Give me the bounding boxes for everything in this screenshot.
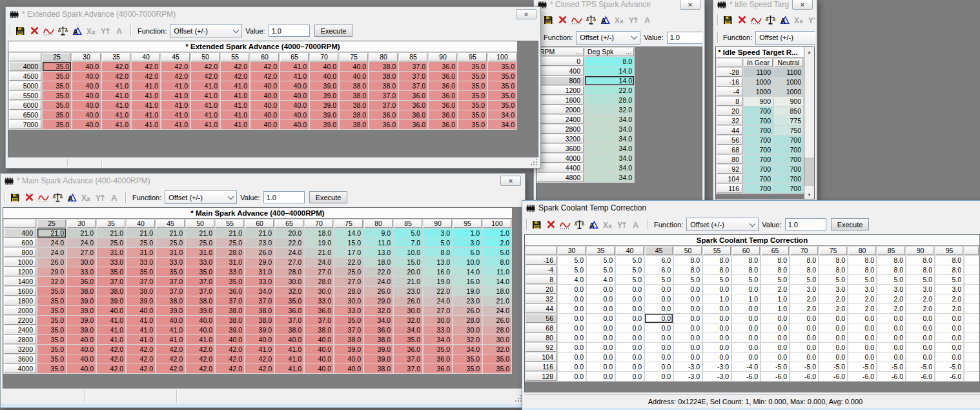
graph-icon[interactable] [42,25,55,37]
table-cell[interactable]: 0.0 [674,285,702,294]
row-header[interactable]: 6500 [9,110,41,119]
table-cell[interactable]: 37.0 [399,81,427,90]
table-cell[interactable]: 31.0 [127,248,155,257]
row-header[interactable]: 4000 [537,154,584,163]
table-cell[interactable]: 41.0 [191,91,219,100]
table-cell[interactable]: 8.0 [424,248,452,257]
table-cell[interactable]: 39.0 [67,296,96,305]
close-button[interactable]: × [680,0,700,10]
table-cell[interactable]: 700 [744,116,773,125]
table-cell[interactable]: 38.0 [340,91,368,100]
table-cell[interactable]: 35.0 [488,101,516,110]
table-cell[interactable]: 24.0 [275,248,303,257]
table-cell[interactable]: 42.0 [186,364,214,373]
table-cell[interactable]: 0.0 [761,333,789,342]
table-cell[interactable]: 41.0 [97,325,125,334]
table-cell[interactable]: 3.0 [453,238,482,247]
table-cell[interactable]: 40.0 [340,62,368,71]
row-header[interactable]: 92 [526,343,556,352]
table-cell[interactable]: 41.0 [132,110,160,119]
table-cell[interactable]: 42.0 [216,354,244,364]
delete-icon[interactable] [735,14,748,26]
table-cell[interactable]: 700 [744,155,773,164]
table-cell[interactable]: 41.0 [127,325,155,334]
column-header[interactable]: 35 [97,220,125,228]
table-cell[interactable]: 39.0 [216,325,244,334]
table-cell[interactable]: 19.0 [453,287,482,296]
table-cell[interactable]: 5.0 [877,275,905,284]
column-header[interactable]: 40 [132,53,160,61]
table-cell[interactable]: 5.0 [848,275,876,284]
table-cell[interactable]: 2.0 [848,304,876,313]
table-cell[interactable]: 24.0 [67,238,96,247]
table-cell[interactable]: 41.0 [186,335,214,344]
table-cell[interactable]: 0.0 [848,323,876,333]
table-cell[interactable]: 19.0 [305,238,333,247]
table-cell[interactable]: 37.0 [216,296,244,305]
column-header[interactable]: 70 [310,53,338,61]
table-cell[interactable]: 35.0 [43,101,71,110]
row-header[interactable]: 80 [526,333,556,342]
table-cell[interactable]: 9.0 [364,229,393,238]
table-cell[interactable]: 2.0 [790,294,818,303]
column-header[interactable]: 95 [935,247,963,255]
table-cell[interactable]: 40.0 [305,335,333,344]
table-cell[interactable]: 0.0 [906,353,934,362]
column-header[interactable]: 90 [424,220,452,228]
table-cell[interactable]: 21.0 [216,229,244,238]
table-cell[interactable]: 0.0 [616,323,644,333]
table-cell[interactable]: 700 [774,174,803,183]
column-header[interactable]: Deg Spk... [585,48,634,56]
table-cell[interactable]: 40.0 [67,354,96,364]
table-cell[interactable]: 36.0 [305,306,333,315]
table-cell[interactable]: 39.0 [334,345,363,354]
table-cell[interactable]: 35.0 [216,277,244,286]
graph-icon[interactable] [558,218,571,231]
table-cell[interactable]: 0.0 [645,372,673,381]
table-cell[interactable]: 39.0 [364,354,393,364]
table-cell[interactable]: 14.0 [585,67,634,76]
table-cell[interactable]: 40.0 [250,120,279,129]
table-cell[interactable]: 0.0 [616,285,644,294]
table-cell[interactable]: 0.0 [558,294,586,303]
column-header[interactable]: 25 [37,220,66,228]
value-input[interactable]: 1.0 [667,32,702,44]
table-cell[interactable]: 30.0 [305,287,333,296]
column-header[interactable]: 95 [453,220,482,228]
table-cell[interactable]: 2.0 [906,294,934,303]
table-cell[interactable]: 26.0 [245,248,274,257]
table-cell[interactable]: 38.0 [369,62,398,71]
table-cell[interactable]: 16.0 [453,277,482,286]
table-cell[interactable]: 40.0 [305,364,333,373]
row-header[interactable]: 2800 [4,335,36,344]
row-header[interactable]: 0 [537,57,584,66]
table-cell[interactable]: 34.0 [585,115,634,124]
delete-icon[interactable] [556,14,569,26]
row-header[interactable]: 44 [717,126,742,135]
table-cell[interactable]: 5.0 [558,256,586,265]
table-cell[interactable]: 0.0 [732,333,760,342]
column-header[interactable]: 85 [877,247,905,255]
table-cell[interactable]: 13.0 [424,258,452,267]
table-cell[interactable]: 1000 [744,77,773,87]
close-button[interactable]: × [792,0,813,10]
table-cell[interactable]: 8.0 [703,265,731,274]
table-cell[interactable]: 19.0 [424,277,452,286]
table-cell[interactable]: 18.0 [364,258,393,267]
row-header[interactable]: 116 [526,362,556,371]
table-cell[interactable]: 40.0 [250,110,279,119]
row-header[interactable]: 128 [526,372,556,381]
table-cell[interactable]: 41.0 [102,110,130,119]
table-cell[interactable]: 38.0 [245,306,274,315]
column-header[interactable]: 90 [906,247,934,255]
row-header[interactable]: 4000 [4,364,36,373]
table-cell[interactable]: 40.0 [127,306,155,315]
table-cell[interactable]: 36.0 [369,110,398,119]
table-cell[interactable]: 41.0 [132,101,160,110]
column-header[interactable]: RPM... [537,48,584,56]
table-cell[interactable]: 25.0 [97,238,125,247]
close-button[interactable]: × [500,176,521,186]
table-cell[interactable]: 5.0 [587,256,615,265]
table-cell[interactable]: 0.0 [558,323,586,333]
table-cell[interactable]: 37.0 [394,364,422,373]
